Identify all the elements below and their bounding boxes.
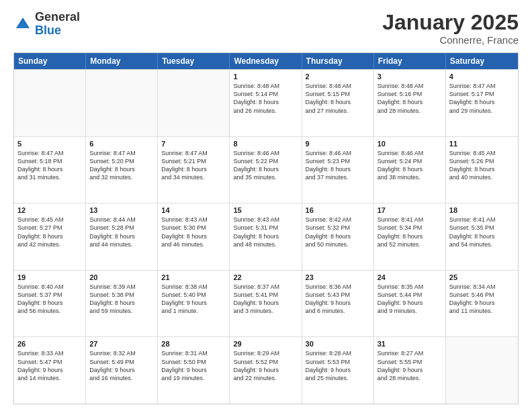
- day-content: Sunrise: 8:32 AM Sunset: 5:49 PM Dayligh…: [89, 349, 154, 382]
- day-cell-30: 30Sunrise: 8:28 AM Sunset: 5:53 PM Dayli…: [302, 337, 374, 404]
- day-content: Sunrise: 8:48 AM Sunset: 5:14 PM Dayligh…: [233, 82, 298, 115]
- day-cell-2: 2Sunrise: 8:48 AM Sunset: 5:15 PM Daylig…: [302, 70, 374, 136]
- day-content: Sunrise: 8:38 AM Sunset: 5:40 PM Dayligh…: [161, 283, 226, 316]
- day-number: 25: [449, 273, 515, 281]
- header-day-saturday: Saturday: [446, 53, 518, 69]
- day-number: 21: [161, 273, 226, 281]
- day-number: 24: [378, 273, 442, 281]
- day-cell-25: 25Sunrise: 8:34 AM Sunset: 5:46 PM Dayli…: [446, 271, 518, 337]
- logo: General Blue: [13, 11, 80, 38]
- day-content: Sunrise: 8:46 AM Sunset: 5:24 PM Dayligh…: [378, 149, 442, 182]
- day-cell-28: 28Sunrise: 8:31 AM Sunset: 5:50 PM Dayli…: [158, 337, 230, 404]
- week-row-5: 26Sunrise: 8:33 AM Sunset: 5:47 PM Dayli…: [14, 336, 518, 404]
- day-number: 13: [89, 206, 154, 214]
- day-content: Sunrise: 8:36 AM Sunset: 5:43 PM Dayligh…: [306, 283, 370, 316]
- day-content: Sunrise: 8:47 AM Sunset: 5:17 PM Dayligh…: [449, 82, 515, 115]
- day-number: 12: [17, 206, 82, 214]
- day-content: Sunrise: 8:41 AM Sunset: 5:34 PM Dayligh…: [378, 216, 442, 248]
- day-content: Sunrise: 8:27 AM Sunset: 5:55 PM Dayligh…: [378, 349, 442, 382]
- day-content: Sunrise: 8:33 AM Sunset: 5:47 PM Dayligh…: [17, 349, 82, 382]
- day-number: 2: [306, 73, 370, 81]
- day-cell-26: 26Sunrise: 8:33 AM Sunset: 5:47 PM Dayli…: [14, 337, 86, 404]
- day-content: Sunrise: 8:29 AM Sunset: 5:52 PM Dayligh…: [233, 349, 298, 382]
- day-cell-1: 1Sunrise: 8:48 AM Sunset: 5:14 PM Daylig…: [230, 70, 302, 136]
- day-number: 3: [378, 73, 442, 81]
- day-content: Sunrise: 8:47 AM Sunset: 5:18 PM Dayligh…: [17, 149, 82, 182]
- day-content: Sunrise: 8:45 AM Sunset: 5:26 PM Dayligh…: [449, 149, 515, 182]
- empty-cell: [14, 70, 86, 136]
- day-cell-9: 9Sunrise: 8:46 AM Sunset: 5:23 PM Daylig…: [302, 137, 374, 203]
- day-cell-7: 7Sunrise: 8:47 AM Sunset: 5:21 PM Daylig…: [158, 137, 230, 203]
- day-number: 14: [161, 206, 226, 214]
- day-cell-11: 11Sunrise: 8:45 AM Sunset: 5:26 PM Dayli…: [446, 137, 518, 203]
- day-number: 26: [17, 340, 82, 348]
- empty-cell: [158, 70, 230, 136]
- day-number: 11: [449, 140, 515, 148]
- day-cell-4: 4Sunrise: 8:47 AM Sunset: 5:17 PM Daylig…: [446, 70, 518, 136]
- day-cell-23: 23Sunrise: 8:36 AM Sunset: 5:43 PM Dayli…: [302, 271, 374, 337]
- day-cell-27: 27Sunrise: 8:32 AM Sunset: 5:49 PM Dayli…: [86, 337, 158, 404]
- header: General Blue January 2025 Connerre, Fran…: [13, 11, 519, 46]
- calendar: SundayMondayTuesdayWednesdayThursdayFrid…: [13, 52, 519, 404]
- day-cell-10: 10Sunrise: 8:46 AM Sunset: 5:24 PM Dayli…: [374, 137, 446, 203]
- day-number: 6: [89, 140, 154, 148]
- day-content: Sunrise: 8:42 AM Sunset: 5:32 PM Dayligh…: [306, 216, 370, 248]
- week-row-3: 12Sunrise: 8:45 AM Sunset: 5:27 PM Dayli…: [14, 203, 518, 270]
- day-cell-21: 21Sunrise: 8:38 AM Sunset: 5:40 PM Dayli…: [158, 271, 230, 337]
- day-content: Sunrise: 8:39 AM Sunset: 5:38 PM Dayligh…: [89, 283, 154, 316]
- location: Connerre, France: [382, 34, 519, 46]
- week-row-4: 19Sunrise: 8:40 AM Sunset: 5:37 PM Dayli…: [14, 270, 518, 337]
- day-cell-3: 3Sunrise: 8:48 AM Sunset: 5:16 PM Daylig…: [374, 70, 446, 136]
- day-cell-16: 16Sunrise: 8:42 AM Sunset: 5:32 PM Dayli…: [302, 203, 374, 270]
- day-cell-19: 19Sunrise: 8:40 AM Sunset: 5:37 PM Dayli…: [14, 271, 86, 337]
- day-cell-13: 13Sunrise: 8:44 AM Sunset: 5:28 PM Dayli…: [86, 203, 158, 270]
- day-content: Sunrise: 8:40 AM Sunset: 5:37 PM Dayligh…: [17, 283, 82, 316]
- day-cell-5: 5Sunrise: 8:47 AM Sunset: 5:18 PM Daylig…: [14, 137, 86, 203]
- logo-text: General Blue: [35, 11, 80, 38]
- day-cell-8: 8Sunrise: 8:46 AM Sunset: 5:22 PM Daylig…: [230, 137, 302, 203]
- day-content: Sunrise: 8:34 AM Sunset: 5:46 PM Dayligh…: [449, 283, 515, 316]
- day-cell-12: 12Sunrise: 8:45 AM Sunset: 5:27 PM Dayli…: [14, 203, 86, 270]
- day-cell-14: 14Sunrise: 8:43 AM Sunset: 5:30 PM Dayli…: [158, 203, 230, 270]
- day-number: 8: [233, 140, 298, 148]
- day-number: 4: [449, 73, 515, 81]
- day-content: Sunrise: 8:28 AM Sunset: 5:53 PM Dayligh…: [306, 349, 370, 382]
- day-number: 29: [233, 340, 298, 348]
- header-day-monday: Monday: [86, 53, 158, 69]
- day-number: 16: [306, 206, 370, 214]
- header-day-sunday: Sunday: [14, 53, 86, 69]
- day-cell-24: 24Sunrise: 8:35 AM Sunset: 5:44 PM Dayli…: [374, 271, 446, 337]
- day-content: Sunrise: 8:46 AM Sunset: 5:22 PM Dayligh…: [233, 149, 298, 182]
- day-number: 5: [17, 140, 82, 148]
- day-cell-29: 29Sunrise: 8:29 AM Sunset: 5:52 PM Dayli…: [230, 337, 302, 404]
- day-number: 15: [233, 206, 298, 214]
- logo-icon: [13, 15, 32, 34]
- day-number: 20: [89, 273, 154, 281]
- month-title: January 2025: [382, 11, 519, 34]
- page: General Blue January 2025 Connerre, Fran…: [0, 0, 532, 411]
- empty-cell: [446, 337, 518, 404]
- day-content: Sunrise: 8:48 AM Sunset: 5:15 PM Dayligh…: [306, 82, 370, 115]
- day-content: Sunrise: 8:47 AM Sunset: 5:20 PM Dayligh…: [89, 149, 154, 182]
- empty-cell: [86, 70, 158, 136]
- day-content: Sunrise: 8:31 AM Sunset: 5:50 PM Dayligh…: [161, 349, 226, 382]
- day-number: 7: [161, 140, 226, 148]
- calendar-body: 1Sunrise: 8:48 AM Sunset: 5:14 PM Daylig…: [14, 69, 518, 404]
- week-row-2: 5Sunrise: 8:47 AM Sunset: 5:18 PM Daylig…: [14, 136, 518, 203]
- day-number: 23: [306, 273, 370, 281]
- day-content: Sunrise: 8:45 AM Sunset: 5:27 PM Dayligh…: [17, 216, 82, 248]
- day-number: 31: [378, 340, 442, 348]
- day-number: 9: [306, 140, 370, 148]
- day-number: 27: [89, 340, 154, 348]
- header-day-wednesday: Wednesday: [230, 53, 302, 69]
- day-cell-22: 22Sunrise: 8:37 AM Sunset: 5:41 PM Dayli…: [230, 271, 302, 337]
- day-content: Sunrise: 8:47 AM Sunset: 5:21 PM Dayligh…: [161, 149, 226, 182]
- logo-general: General: [35, 11, 80, 24]
- day-number: 30: [306, 340, 370, 348]
- day-cell-17: 17Sunrise: 8:41 AM Sunset: 5:34 PM Dayli…: [374, 203, 446, 270]
- day-number: 18: [449, 206, 515, 214]
- day-cell-18: 18Sunrise: 8:41 AM Sunset: 5:35 PM Dayli…: [446, 203, 518, 270]
- day-number: 19: [17, 273, 82, 281]
- header-day-thursday: Thursday: [302, 53, 374, 69]
- day-content: Sunrise: 8:48 AM Sunset: 5:16 PM Dayligh…: [378, 82, 442, 115]
